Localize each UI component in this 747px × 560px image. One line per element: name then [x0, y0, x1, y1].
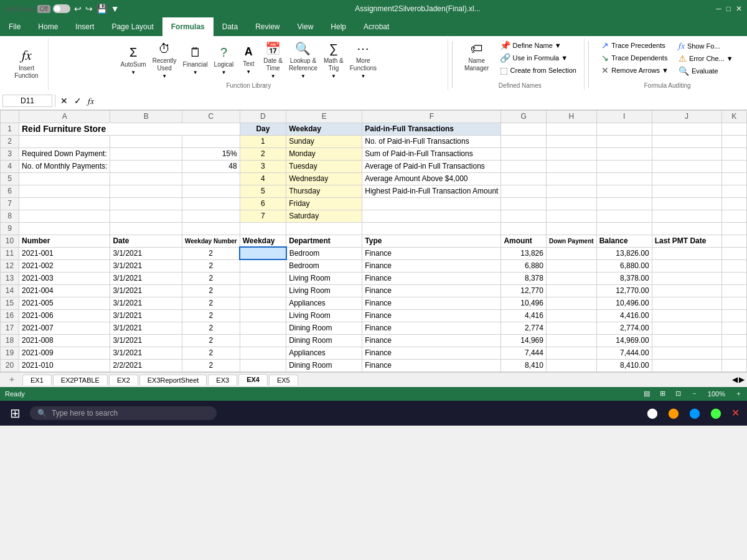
- cell-G11[interactable]: 13,826: [501, 247, 547, 259]
- cell-J2[interactable]: [652, 135, 721, 147]
- cell-A2[interactable]: [19, 135, 110, 147]
- cell-D19[interactable]: [240, 347, 286, 359]
- confirm-formula-icon[interactable]: ✓: [72, 95, 84, 107]
- cell-I2[interactable]: [596, 135, 652, 147]
- recently-used-dropdown-icon[interactable]: ▼: [162, 73, 167, 80]
- cell-B20[interactable]: 2/2/2021: [110, 359, 182, 371]
- cell-K5[interactable]: [721, 172, 747, 185]
- close-button[interactable]: ✕: [736, 4, 742, 13]
- cell-E20[interactable]: Dining Room: [286, 359, 362, 371]
- cell-G5[interactable]: [501, 172, 547, 185]
- cell-G12[interactable]: 6,880: [501, 259, 547, 272]
- cell-B13[interactable]: 3/1/2021: [110, 272, 182, 284]
- cell-J19[interactable]: [652, 347, 721, 359]
- lookup-reference-button[interactable]: 🔍 Lookup &Reference ▼: [286, 40, 320, 81]
- cancel-formula-icon[interactable]: ✕: [58, 95, 70, 107]
- cell-A18[interactable]: 2021-008: [19, 334, 110, 347]
- cell-A15[interactable]: 2021-005: [19, 297, 110, 309]
- cell-K19[interactable]: [721, 347, 747, 359]
- cell-F8[interactable]: [362, 210, 501, 222]
- tab-acrobat[interactable]: Acrobat: [355, 17, 398, 36]
- cell-I3[interactable]: [596, 147, 652, 160]
- cell-A3[interactable]: Required Down Payment:: [19, 147, 110, 160]
- cell-D1[interactable]: Day: [240, 123, 286, 135]
- cell-A17[interactable]: 2021-007: [19, 322, 110, 334]
- cell-A4[interactable]: No. of Monthly Payments:: [19, 160, 110, 172]
- cell-D14[interactable]: [240, 284, 286, 297]
- tab-file[interactable]: File: [0, 17, 29, 36]
- col-header-I[interactable]: I: [596, 110, 652, 123]
- cell-H10[interactable]: Down Payment: [546, 235, 596, 247]
- cell-J14[interactable]: [652, 284, 721, 297]
- cell-G7[interactable]: [501, 197, 547, 210]
- sheet-nav-right[interactable]: ▶: [739, 375, 745, 384]
- zoom-in-icon[interactable]: ＋: [735, 389, 742, 398]
- col-header-G[interactable]: G: [501, 110, 547, 123]
- cell-H18[interactable]: [546, 334, 596, 347]
- cell-D20[interactable]: [240, 359, 286, 371]
- cell-C13[interactable]: 2: [182, 272, 240, 284]
- cell-F15[interactable]: Finance: [362, 297, 501, 309]
- cell-B15[interactable]: 3/1/2021: [110, 297, 182, 309]
- sheet-tab-EX5[interactable]: EX5: [269, 375, 298, 385]
- cell-F20[interactable]: Finance: [362, 359, 501, 371]
- cell-C5[interactable]: [182, 172, 240, 185]
- cell-F9[interactable]: [362, 222, 501, 235]
- tab-data[interactable]: Data: [214, 17, 247, 36]
- cell-H17[interactable]: [546, 322, 596, 334]
- cell-C18[interactable]: 2: [182, 334, 240, 347]
- cell-J17[interactable]: [652, 322, 721, 334]
- cell-G20[interactable]: 8,410: [501, 359, 547, 371]
- cell-B8[interactable]: [110, 210, 182, 222]
- cell-I5[interactable]: [596, 172, 652, 185]
- cell-A1[interactable]: Reid Furniture Store: [19, 123, 240, 135]
- taskbar-search-area[interactable]: 🔍: [30, 406, 217, 420]
- cell-J3[interactable]: [652, 147, 721, 160]
- sheet-nav-left[interactable]: ◀: [732, 375, 738, 384]
- cell-A11[interactable]: 2021-001: [19, 247, 110, 259]
- autosum-button[interactable]: Σ AutoSum ▼: [118, 44, 149, 77]
- cell-I8[interactable]: [596, 210, 652, 222]
- cell-G8[interactable]: [501, 210, 547, 222]
- cell-J10[interactable]: Last PMT Date: [652, 235, 721, 247]
- math-trig-dropdown-icon[interactable]: ▼: [331, 73, 336, 80]
- cell-D6[interactable]: 5: [240, 185, 286, 197]
- insert-function-bar-icon[interactable]: 𝑓𝑥: [85, 95, 96, 108]
- redo-icon[interactable]: ↪: [85, 4, 93, 14]
- taskbar-app-3[interactable]: ⬤: [687, 404, 703, 421]
- text-button[interactable]: A Text ▼: [237, 44, 260, 76]
- logical-button[interactable]: ? Logical ▼: [212, 44, 237, 77]
- date-time-button[interactable]: 📅 Date &Time ▼: [261, 40, 285, 81]
- cell-A5[interactable]: [19, 172, 110, 185]
- cell-D11[interactable]: [240, 247, 286, 259]
- cell-I20[interactable]: 8,410.00: [596, 359, 652, 371]
- col-header-C[interactable]: C: [182, 110, 240, 123]
- formula-input[interactable]: [99, 95, 745, 106]
- cell-F14[interactable]: Finance: [362, 284, 501, 297]
- cell-F5[interactable]: Average Amount Above $4,000: [362, 172, 501, 185]
- cell-F12[interactable]: Finance: [362, 259, 501, 272]
- cell-D4[interactable]: 3: [240, 160, 286, 172]
- cell-D7[interactable]: 6: [240, 197, 286, 210]
- cell-F10[interactable]: Type: [362, 235, 501, 247]
- cell-I11[interactable]: 13,826.00: [596, 247, 652, 259]
- cell-J1[interactable]: [652, 123, 721, 135]
- cell-J20[interactable]: [652, 359, 721, 371]
- cell-C6[interactable]: [182, 185, 240, 197]
- cell-I19[interactable]: 7,444.00: [596, 347, 652, 359]
- sheet-tab-EX1[interactable]: EX1: [22, 375, 52, 385]
- cell-G18[interactable]: 14,969: [501, 334, 547, 347]
- cell-E9[interactable]: [286, 222, 362, 235]
- cell-K3[interactable]: [721, 147, 747, 160]
- taskbar-app-2[interactable]: ⬤: [665, 404, 682, 421]
- cell-J18[interactable]: [652, 334, 721, 347]
- cell-J7[interactable]: [652, 197, 721, 210]
- sheet-tab-EX2[interactable]: EX2: [109, 375, 138, 385]
- add-sheet-button[interactable]: ＋: [2, 373, 21, 386]
- cell-J16[interactable]: [652, 309, 721, 322]
- cell-H20[interactable]: [546, 359, 596, 371]
- view-layout-icon[interactable]: ⊞: [660, 390, 665, 398]
- cell-E13[interactable]: Living Room: [286, 272, 362, 284]
- cell-J5[interactable]: [652, 172, 721, 185]
- more-functions-button[interactable]: ⋯ MoreFunctions ▼: [347, 40, 379, 81]
